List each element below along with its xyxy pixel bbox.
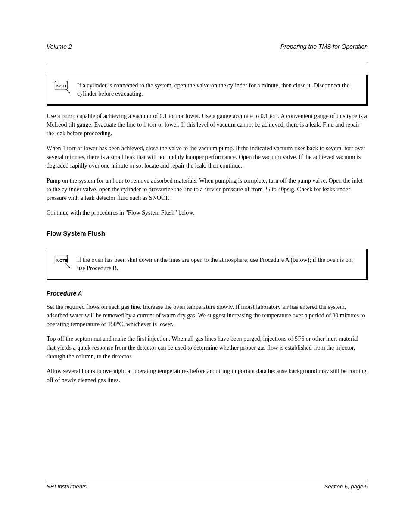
note-icon: NOTE bbox=[53, 255, 72, 269]
footer-right: Section 6, page 5 bbox=[324, 483, 368, 490]
para-2: When 1 torr or lower has been achieved, … bbox=[47, 144, 368, 171]
note-icon: NOTE bbox=[53, 80, 72, 95]
para-3: Pump on the system for an hour to remove… bbox=[47, 177, 368, 203]
header-left: Volume 2 bbox=[47, 43, 72, 50]
header-right: Preparing the TMS for Operation bbox=[280, 43, 368, 50]
note-box-1: NOTE If a cylinder is connected to the s… bbox=[47, 75, 368, 106]
proc-a-p2: Top off the septum nut and make the firs… bbox=[47, 335, 368, 361]
para-1: Use a pump capable of achieving a vacuum… bbox=[47, 112, 368, 138]
section-heading: Flow System Flush bbox=[47, 230, 368, 237]
note-box-2: NOTE If the oven has been shut down or t… bbox=[47, 249, 368, 280]
header-rule bbox=[47, 62, 368, 62]
para-4: Continue with the procedures in "Flow Sy… bbox=[47, 208, 368, 217]
note-1-text: If a cylinder is connected to the system… bbox=[77, 80, 360, 98]
proc-a-p1: Set the required flows on each gas line.… bbox=[47, 303, 368, 329]
footer-rule bbox=[47, 480, 368, 480]
procedure-a-heading: Procedure A bbox=[47, 290, 368, 297]
svg-text:NOTE: NOTE bbox=[56, 84, 68, 88]
svg-text:NOTE: NOTE bbox=[56, 258, 68, 263]
proc-a-p3: Allow several hours to overnight at oper… bbox=[47, 367, 368, 385]
note-2-text: If the oven has been shut down or the li… bbox=[77, 255, 360, 273]
footer-left: SRI Instruments bbox=[47, 483, 87, 490]
